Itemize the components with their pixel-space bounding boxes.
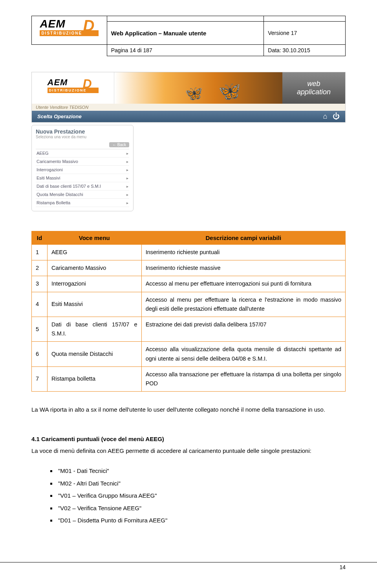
sidebar-title: Nuova Prestazione — [36, 128, 129, 135]
table-row: 3InterrogazioniAccesso al menu per effet… — [32, 276, 346, 292]
cell-id: 3 — [32, 276, 48, 292]
cell-desc: Accesso alla transazione per effettuare … — [141, 366, 345, 391]
power-icon[interactable]: ⏻ — [333, 112, 340, 120]
sidebar-item[interactable]: Caricamento Massivo▸ — [36, 158, 129, 166]
cell-id: 4 — [32, 292, 48, 317]
breadcrumb: Scelta Operazione — [37, 114, 82, 119]
app-banner: AEM D DISTRIBUZIONE 🦋 🦋 web application … — [31, 72, 346, 123]
butterfly-icon: 🦋 — [185, 85, 203, 102]
header-blank-1 — [107, 16, 264, 22]
cell-voce: Interrogazioni — [47, 276, 141, 292]
chevron-right-icon: ▸ — [126, 159, 128, 164]
list-item: "M01 - Dati Tecnici" — [57, 465, 346, 477]
cell-desc: Accesso al menu per effettuare interroga… — [141, 276, 345, 292]
sidebar: Nuova Prestazione Seleziona una voce da … — [31, 125, 134, 211]
table-row: 7Ristampa bollettaAccesso alla transazio… — [32, 366, 346, 391]
sidebar-item[interactable]: AEEG▸ — [36, 149, 129, 158]
chevron-right-icon: ▸ — [126, 184, 128, 189]
cell-voce: Caricamento Massivo — [47, 260, 141, 276]
menu-description-table: Id Voce menu Descrizione campi variabili… — [31, 231, 346, 392]
chevron-right-icon: ▸ — [126, 168, 128, 172]
cell-voce: AEEG — [47, 245, 141, 260]
cell-id: 6 — [32, 342, 48, 366]
footer-page-number: 14 — [339, 564, 346, 570]
doc-page: Pagina 14 di 187 — [107, 45, 264, 56]
bullet-list: "M01 - Dati Tecnici""M02 - Altri Dati Te… — [49, 465, 346, 527]
sidebar-item-label: Quota Mensile Distacchi — [37, 192, 83, 197]
banner-app-label-2: application — [297, 88, 331, 96]
cell-desc: Inserimento richieste puntuali — [141, 245, 345, 260]
sidebar-subtitle: Seleziona una voce da menu — [36, 135, 129, 139]
cell-desc: Inserimento richieste massive — [141, 260, 345, 276]
cell-voce: Quota mensile Distacchi — [47, 342, 141, 366]
sidebar-item-label: Esiti Massivi — [37, 176, 60, 180]
chevron-right-icon: ▸ — [126, 151, 128, 156]
logo: AEM D DISTRIBUZIONE — [40, 18, 99, 42]
cell-id: 2 — [32, 260, 48, 276]
sidebar-item-label: Caricamento Massivo — [37, 159, 78, 164]
chevron-right-icon: ▸ — [126, 176, 128, 180]
sidebar-item-label: AEEG — [37, 151, 49, 156]
banner-logo: AEM D DISTRIBUZIONE — [32, 72, 114, 104]
banner-logo-letter: D — [82, 77, 92, 90]
sidebar-item[interactable]: Quota Mensile Distacchi▸ — [36, 191, 129, 199]
chevron-right-icon: ▸ — [126, 201, 128, 205]
table-row: 1AEEGInserimento richieste puntuali — [32, 245, 346, 260]
table-row: 5Dati di base clienti 157/07 e S.M.I.Est… — [32, 317, 346, 341]
logo-cell: AEM D DISTRIBUZIONE — [32, 16, 107, 45]
list-item: "M02 - Altri Dati Tecnici" — [57, 477, 346, 490]
sidebar-item[interactable]: Esiti Massivi▸ — [36, 174, 129, 182]
butterfly-icon: 🦋 — [218, 81, 241, 102]
banner-app-label-1: web — [307, 80, 320, 88]
cell-id: 1 — [32, 245, 48, 260]
cell-desc: Estrazione dei dati previsti dalla delib… — [141, 317, 345, 341]
cell-id: 7 — [32, 366, 48, 391]
cell-desc: Accesso al menu per effettuare la ricerc… — [141, 292, 345, 317]
cell-voce: Esiti Massivi — [47, 292, 141, 317]
sidebar-item-label: Dati di base clienti 157/07 e S.M.I — [37, 184, 101, 189]
chevron-right-icon: ▸ — [126, 192, 128, 197]
sidebar-item-label: Interrogazioni — [37, 167, 63, 172]
back-button[interactable]: ← Back — [109, 142, 129, 147]
banner-image: 🦋 🦋 — [114, 72, 282, 104]
cell-desc: Accesso alla visualizzazione della quota… — [141, 342, 345, 366]
footer: 14 — [0, 562, 377, 570]
cell-voce: Dati di base clienti 157/07 e S.M.I. — [47, 317, 141, 341]
banner-user-line: Utente Venditore TEDISON — [32, 104, 345, 111]
cell-id: 5 — [32, 317, 48, 341]
table-row: 2Caricamento MassivoInserimento richiest… — [32, 260, 346, 276]
logo-text: AEM — [40, 18, 65, 30]
banner-app-label: web application — [282, 72, 345, 104]
list-item: "D01 – Disdetta Punto di Fornitura AEEG" — [57, 514, 346, 527]
doc-title: Web Application – Manuale utente — [107, 22, 264, 45]
banner-logo-text: AEM — [48, 77, 68, 87]
list-item: "V02 – Verifica Tensione AEEG" — [57, 502, 346, 515]
home-icon[interactable]: ⌂ — [323, 112, 328, 120]
th-desc: Descrizione campi variabili — [141, 231, 345, 245]
paragraph-2: La voce di menù definita con AEEG permet… — [31, 445, 346, 457]
doc-date: Data: 30.10.2015 — [264, 45, 346, 56]
table-row: 4Esiti MassiviAccesso al menu per effett… — [32, 292, 346, 317]
header-blank-2 — [264, 16, 346, 22]
logo-letter: D — [83, 18, 95, 33]
table-row: 6Quota mensile DistacchiAccesso alla vis… — [32, 342, 346, 366]
section-title: 4.1 Caricamenti puntuali (voce del menù … — [31, 436, 346, 442]
sidebar-item[interactable]: Dati di base clienti 157/07 e S.M.I▸ — [36, 182, 129, 191]
cell-voce: Ristampa bolletta — [47, 366, 141, 391]
sidebar-item[interactable]: Ristampa Bolletta▸ — [36, 199, 129, 207]
th-voce: Voce menu — [47, 231, 141, 245]
paragraph-1: La WA riporta in alto a sx il nome dell'… — [31, 403, 346, 416]
th-id: Id — [32, 231, 48, 245]
list-item: "V01 – Verifica Gruppo Misura AEEG" — [57, 489, 346, 502]
doc-version: Versione 17 — [264, 22, 346, 45]
doc-header: AEM D DISTRIBUZIONE Web Application – Ma… — [31, 16, 346, 56]
sidebar-item[interactable]: Interrogazioni▸ — [36, 166, 129, 174]
banner-bar: Scelta Operazione ⌂ ⏻ — [32, 111, 345, 122]
sidebar-item-label: Ristampa Bolletta — [37, 200, 70, 205]
